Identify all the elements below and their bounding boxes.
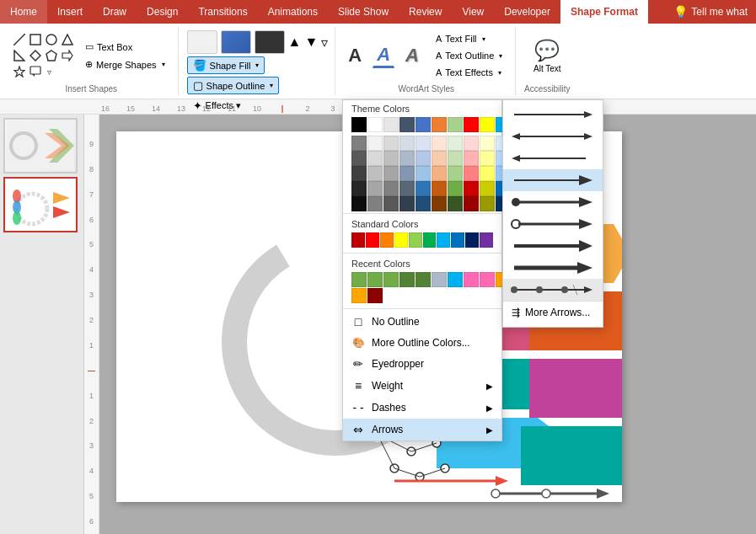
shape-outline-btn[interactable]: ▢ Shape Outline ▾: [187, 77, 280, 94]
shade-color-cell[interactable]: [383, 196, 399, 211]
shade-color-cell[interactable]: [464, 166, 479, 181]
theme-color-cell[interactable]: [351, 117, 367, 132]
tab-slideshow[interactable]: Slide Show: [328, 0, 399, 24]
shade-color-cell[interactable]: [464, 151, 479, 166]
shade-color-cell[interactable]: [351, 166, 367, 181]
arrow-type-2[interactable]: [503, 125, 603, 147]
shape-diamond[interactable]: [28, 48, 43, 63]
shade-color-cell[interactable]: [351, 196, 367, 211]
more-colors-item[interactable]: 🎨 More Outline Colors...: [343, 333, 501, 353]
recent-color-cell[interactable]: [448, 272, 463, 287]
tab-view[interactable]: View: [452, 0, 494, 24]
shade-color-cell[interactable]: [351, 181, 367, 196]
shade-color-cell[interactable]: [399, 151, 415, 166]
shade-color-cell[interactable]: [416, 166, 431, 181]
shade-color-cell[interactable]: [367, 196, 383, 211]
tab-animations[interactable]: Animations: [258, 0, 328, 24]
standard-color-cell[interactable]: [423, 232, 437, 248]
shade-color-cell[interactable]: [480, 196, 495, 211]
shade-color-cell[interactable]: [448, 181, 463, 196]
arrow-type-3[interactable]: [503, 147, 603, 169]
recent-color-cell[interactable]: [480, 272, 495, 287]
shape-more[interactable]: ▿: [44, 64, 59, 79]
text-effects-btn[interactable]: A Text Effects ▾: [430, 65, 508, 80]
more-arrows-btn[interactable]: ⇶ More Arrows...: [503, 301, 603, 323]
shape-line[interactable]: [12, 32, 27, 47]
recent-color-cell[interactable]: [464, 272, 479, 287]
arrow-type-8[interactable]: [503, 257, 603, 279]
merge-shapes-btn[interactable]: ⊕ Merge Shapes ▾: [79, 56, 171, 72]
recent-color-cell[interactable]: [351, 272, 367, 287]
shade-color-cell[interactable]: [448, 166, 463, 181]
shade-color-cell[interactable]: [464, 196, 479, 211]
shade-color-cell[interactable]: [416, 136, 431, 151]
shade-color-cell[interactable]: [416, 196, 431, 211]
theme-color-cell[interactable]: [432, 117, 447, 132]
text-box-btn[interactable]: ▭ Text Box: [79, 39, 171, 55]
tab-transitions[interactable]: Transitions: [188, 0, 257, 24]
shade-color-cell[interactable]: [399, 196, 415, 211]
shape-circle[interactable]: [44, 32, 59, 47]
shade-color-cell[interactable]: [432, 151, 447, 166]
standard-color-cell[interactable]: [480, 232, 493, 248]
arrows-item[interactable]: ⇔ Arrows ▶: [343, 419, 501, 441]
theme-color-cell[interactable]: [367, 117, 383, 132]
no-outline-item[interactable]: □ No Outline: [343, 311, 501, 333]
shade-color-cell[interactable]: [399, 181, 415, 196]
standard-color-cell[interactable]: [351, 232, 365, 248]
style-preset-2[interactable]: [221, 30, 251, 54]
arrow-type-7[interactable]: [503, 235, 603, 257]
tab-home[interactable]: Home: [0, 0, 47, 24]
style-preset-3[interactable]: [255, 30, 285, 54]
theme-color-cell[interactable]: [448, 117, 463, 132]
theme-color-cell[interactable]: [383, 117, 399, 132]
shade-color-cell[interactable]: [367, 136, 383, 151]
shade-color-cell[interactable]: [464, 181, 479, 196]
slide-thumb-2[interactable]: 2: [3, 177, 78, 232]
tab-developer[interactable]: Developer: [494, 0, 560, 24]
theme-color-cell[interactable]: [399, 117, 415, 132]
tab-draw[interactable]: Draw: [93, 0, 137, 24]
standard-color-cell[interactable]: [451, 232, 464, 248]
shape-rect[interactable]: [28, 32, 43, 47]
recent-color-cell[interactable]: [367, 288, 383, 303]
text-fill-btn[interactable]: A Text Fill ▾: [430, 31, 508, 46]
standard-color-cell[interactable]: [409, 232, 422, 248]
shape-pentagon[interactable]: [44, 48, 59, 63]
recent-color-cell[interactable]: [383, 272, 399, 287]
shade-color-cell[interactable]: [480, 181, 495, 196]
theme-color-cell[interactable]: [480, 117, 495, 132]
shape-fill-btn[interactable]: 🪣 Shape Fill ▾: [187, 56, 265, 74]
shade-color-cell[interactable]: [351, 151, 367, 166]
standard-color-cell[interactable]: [437, 232, 450, 248]
text-outline-btn[interactable]: A Text Outline ▾: [430, 48, 508, 63]
arrow-type-5[interactable]: [503, 191, 603, 213]
alt-text-btn[interactable]: 💬 Alt Text: [528, 36, 567, 76]
shade-color-cell[interactable]: [480, 136, 495, 151]
shade-color-cell[interactable]: [432, 166, 447, 181]
styles-scroll-down[interactable]: ▼: [304, 35, 318, 50]
styles-scroll-up[interactable]: ▲: [288, 35, 302, 50]
shade-color-cell[interactable]: [432, 136, 447, 151]
shade-color-cell[interactable]: [432, 196, 447, 211]
style-preset-1[interactable]: [187, 30, 217, 54]
eyedropper-item[interactable]: ✏ Eyedropper: [343, 353, 501, 375]
shade-color-cell[interactable]: [448, 151, 463, 166]
wordart-a3[interactable]: A: [401, 44, 423, 67]
arrow-type-6[interactable]: [503, 213, 603, 235]
styles-more[interactable]: ▿: [321, 35, 328, 51]
wordart-a1[interactable]: A: [344, 44, 366, 67]
dashes-item[interactable]: - - Dashes ▶: [343, 397, 501, 419]
shape-triangle[interactable]: [60, 32, 75, 47]
theme-color-cell[interactable]: [416, 117, 431, 132]
tab-design[interactable]: Design: [137, 0, 188, 24]
recent-color-cell[interactable]: [399, 272, 415, 287]
standard-color-cell[interactable]: [465, 232, 479, 248]
shade-color-cell[interactable]: [399, 166, 415, 181]
recent-color-cell[interactable]: [416, 272, 431, 287]
tab-insert[interactable]: Insert: [47, 0, 93, 24]
shade-color-cell[interactable]: [416, 151, 431, 166]
shade-color-cell[interactable]: [383, 136, 399, 151]
wordart-a2[interactable]: A: [373, 43, 394, 68]
shape-arrow-right[interactable]: [60, 48, 75, 63]
